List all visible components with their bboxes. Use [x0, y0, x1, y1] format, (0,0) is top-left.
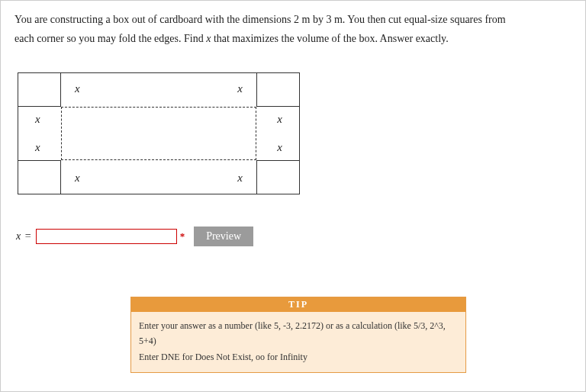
xlabel-top-left: x — [75, 82, 80, 95]
answer-var: x — [16, 230, 21, 242]
answer-lhs: x = — [16, 230, 31, 243]
tip-line2: Enter DNE for Does Not Exist, oo for Inf… — [139, 349, 458, 365]
problem-line2-before: each corner so you may fold the edges. F… — [14, 33, 206, 44]
xlabel-left-top: x — [35, 113, 40, 126]
diagram-rect: x x x x x x x x — [18, 72, 300, 194]
corner-bottom-right — [256, 160, 299, 194]
xlabel-bottom-right: x — [237, 172, 243, 185]
tip-body: Enter your answer as a number (like 5, -… — [131, 312, 465, 372]
xlabel-top-right: x — [237, 82, 243, 95]
preview-button[interactable]: Preview — [194, 227, 253, 246]
required-indicator: * — [180, 230, 185, 243]
corner-bottom-left — [18, 160, 61, 194]
problem-line2-after: that maximizes the volume of the box. An… — [211, 33, 448, 44]
problem-statement: You are constructing a box out of cardbo… — [14, 10, 572, 48]
answer-input[interactable] — [36, 229, 177, 244]
xlabel-left-bottom: x — [35, 141, 40, 154]
tip-line1: Enter your answer as a number (like 5, -… — [139, 318, 458, 349]
corner-top-left — [18, 73, 61, 107]
fold-line-left — [61, 107, 62, 160]
problem-page: You are constructing a box out of cardbo… — [0, 0, 586, 392]
fold-line-bottom — [61, 159, 256, 160]
tip-header: TIP — [131, 297, 465, 312]
fold-line-right — [256, 107, 256, 160]
box-diagram: x x x x x x x x — [18, 72, 572, 194]
answer-equals: = — [22, 230, 31, 242]
problem-line1: You are constructing a box out of cardbo… — [14, 14, 506, 25]
corner-top-right — [256, 73, 299, 107]
xlabel-right-top: x — [277, 113, 282, 126]
fold-line-top — [61, 107, 256, 108]
xlabel-bottom-left: x — [75, 172, 80, 185]
answer-row: x = * Preview — [16, 227, 572, 246]
tip-box: TIP Enter your answer as a number (like … — [130, 297, 466, 373]
xlabel-right-bottom: x — [277, 141, 282, 154]
